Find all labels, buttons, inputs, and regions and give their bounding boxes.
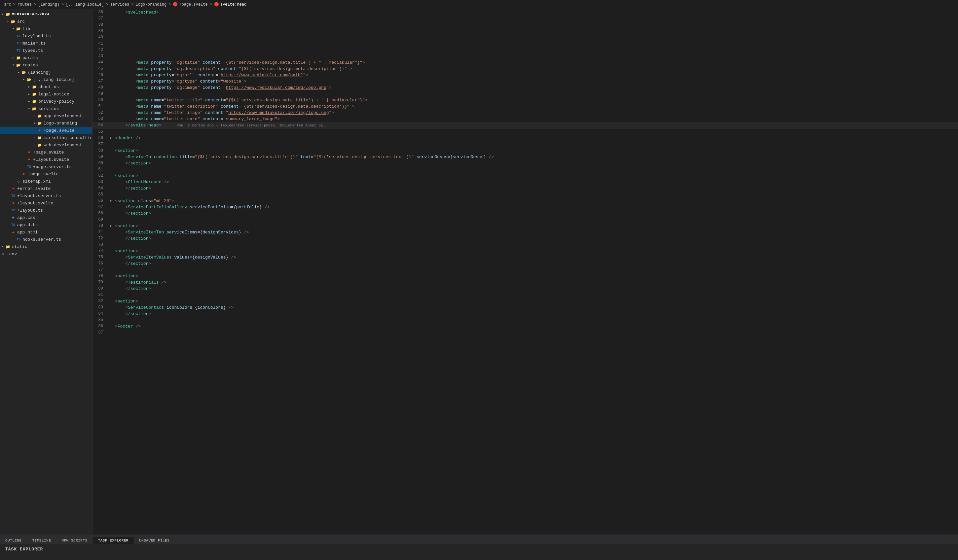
line-content[interactable]: <section> [114,273,958,279]
line-content[interactable]: </section> [114,160,958,166]
line-content[interactable]: <ServiceItemValues values={designValues}… [114,254,958,261]
line-content[interactable]: <meta name="twitter:title" content="{$t(… [114,97,958,103]
sidebar-item-layout-svelte[interactable]: ● +layout.svelte [0,156,92,163]
breadcrumb-logo-branding[interactable]: logo-branding [135,2,167,7]
breadcrumb-routes[interactable]: routes [17,2,32,7]
breadcrumb-lang[interactable]: [...lang=locale] [66,2,104,7]
line-content[interactable]: <ClientMarquee /> [114,179,958,185]
sidebar-item-static[interactable]: ▸ 📁 static [0,243,92,250]
svelte-icon: ● [27,150,32,155]
line-content[interactable]: <meta name="twitter:card" content="summa… [114,116,958,122]
line-content[interactable]: <meta property="og:url" content="https:/… [114,72,958,78]
sidebar-item-types[interactable]: TS types.ts [0,47,92,54]
html-icon: ◈ [11,229,16,235]
sidebar-item-error-svelte[interactable]: ● +error.svelte [0,185,92,192]
breadcrumb-page-svelte-label[interactable]: +page.svelte [179,2,208,7]
line-content[interactable]: </section> [114,185,958,191]
line-content[interactable]: <section> [114,298,958,304]
fold-arrow-icon[interactable]: ▶ [108,135,114,141]
breadcrumb-src[interactable]: src [4,2,11,7]
line-content[interactable]: <section> [114,223,958,229]
line-content[interactable]: <meta name="twitter:description" content… [114,103,958,110]
line-content[interactable]: </section> [114,286,958,292]
sidebar-item-web-dev[interactable]: ▸ 📁 web-development [0,141,92,149]
line-content[interactable]: <Footer /> [114,323,958,329]
tab-timeline[interactable]: TIMELINE [27,537,57,544]
panel-content-task-explorer: TASK EXPLORER [0,544,958,560]
sidebar-item-params[interactable]: ▸ 📁 params [0,54,92,62]
tab-task-explorer[interactable]: TASK EXPLORER [93,537,134,544]
line-content[interactable]: <ServiceIntroduction title="{$t('service… [114,154,958,160]
line-number: 81 [92,292,108,298]
sidebar-item-app-css[interactable]: ■ app.css [0,214,92,221]
sidebar-item-hooks[interactable]: TS hooks.server.ts [0,236,92,243]
line-content[interactable]: <meta property="og:type" content="websit… [114,78,958,84]
line-content[interactable]: <meta property="og:description" content=… [114,66,958,72]
sidebar-item-landing[interactable]: ▾ 📂 (landing) [0,69,92,76]
sidebar-item-lazyload[interactable]: TS lazyload.ts [0,32,92,40]
sidebar-root[interactable]: ▾ 📁 MEDIAKULAR-2024 [0,11,92,18]
sidebar-item-app-d-ts[interactable]: TS app.d.ts [0,221,92,228]
sidebar-item-page-server-ts[interactable]: TS +page.server.ts [0,163,92,170]
chevron-down-icon: ▾ [16,70,21,74]
line-content[interactable]: <Header /> [114,135,958,141]
line-content[interactable]: <ServiceItemTab serviceItems={designServ… [114,229,958,236]
tab-unsaved-files[interactable]: UNSAVED FILES [134,537,175,544]
sidebar-item-legal[interactable]: ▸ 📁 legal-notice [0,90,92,98]
line-content[interactable]: </section> [114,210,958,217]
line-content[interactable]: </section> [114,236,958,242]
line-content[interactable]: <Testimonials /> [114,279,958,286]
line-number: 83 [92,304,108,311]
line-content[interactable]: <ServicePortfolioGallery servicePortfoli… [114,204,958,210]
sidebar-item-app-html[interactable]: ◈ app.html [0,228,92,236]
line-content[interactable]: </svelte:head> You, 2 months ago • Imple… [114,122,958,129]
line-number: 71 [92,229,108,236]
line-content[interactable]: <svelte:head> [114,9,958,16]
chevron-right-icon: ▸ [27,100,32,103]
line-content[interactable]: <meta property="og:title" content="{$t('… [114,59,958,66]
folder-icon: 📁 [5,11,11,17]
code-line-49: 49 [92,91,958,97]
line-content[interactable]: <section> [114,147,958,154]
line-content[interactable]: <meta name="twitter:image" content="http… [114,110,958,116]
sidebar-item-privacy[interactable]: ▸ 📁 privacy-policy [0,98,92,105]
sidebar-item-lib[interactable]: ▾ 📂 lib [0,25,92,32]
sidebar-item-page-svelte-active[interactable]: ● +page.svelte [0,127,92,134]
sidebar-item-layout-ts[interactable]: TS +layout.ts [0,207,92,214]
sidebar-item-src[interactable]: ▾ 📂 src [0,18,92,25]
sidebar-item-label: [...lang=locale] [33,77,75,82]
sidebar-item-marketing[interactable]: ▸ 📁 marketing-consulting [0,134,92,141]
sidebar-item-layout-server[interactable]: TS +layout.server.ts [0,192,92,199]
line-content[interactable]: <section> [114,173,958,179]
fold-arrow-icon[interactable]: ▶ [108,198,114,204]
line-number: 86 [92,323,108,329]
line-content[interactable]: <ServiceContact iconColors={iconColors} … [114,304,958,311]
breadcrumb-landing[interactable]: (landing) [38,2,59,7]
line-content[interactable]: </section> [114,261,958,267]
sidebar-item-page-svelte-2[interactable]: ● +page.svelte [0,149,92,156]
breadcrumb-page-svelte[interactable]: 🔴 [173,2,178,7]
tab-npm-scripts[interactable]: NPM SCRIPTS [57,537,93,544]
sidebar-item-lang[interactable]: ▾ 📂 [...lang=locale] [0,76,92,83]
line-content[interactable]: </section> [114,311,958,317]
sidebar-item-mailer[interactable]: TS mailer.ts [0,40,92,47]
line-content[interactable]: <section> [114,248,958,254]
sidebar-item-services[interactable]: ▾ 📂 services [0,105,92,112]
sidebar-item-sitemap[interactable]: ◇ sitemap.xml [0,178,92,185]
sidebar-item-page-svelte-3[interactable]: ● +page.svelte [0,170,92,178]
tab-outline[interactable]: OUTLINE [0,537,27,544]
sidebar-item-about-us[interactable]: ▸ 📁 about-us [0,83,92,90]
line-content[interactable]: <meta property="og:image" content="https… [114,84,958,91]
sidebar-item-layout-svelte2[interactable]: ● +layout.svelte [0,199,92,207]
line-number: 53 [92,116,108,122]
sidebar-item-label: services [38,106,59,111]
sidebar-item-routes[interactable]: ▾ 📂 routes [0,62,92,69]
sidebar-item-env[interactable]: ⚙ .env [0,250,92,258]
sidebar-item-app-dev[interactable]: ▸ 📁 app-development [0,112,92,120]
sidebar-item-logo-branding[interactable]: ▾ 📂 logo-branding [0,120,92,127]
breadcrumb-svelte-head-label[interactable]: svelte:head [220,2,246,7]
breadcrumb-svelte-head[interactable]: 🔴 [214,2,219,7]
breadcrumb-services[interactable]: services [110,2,130,7]
fold-arrow-icon[interactable]: ▶ [108,223,114,229]
line-content[interactable]: <section class="mt-20"> [114,198,958,204]
